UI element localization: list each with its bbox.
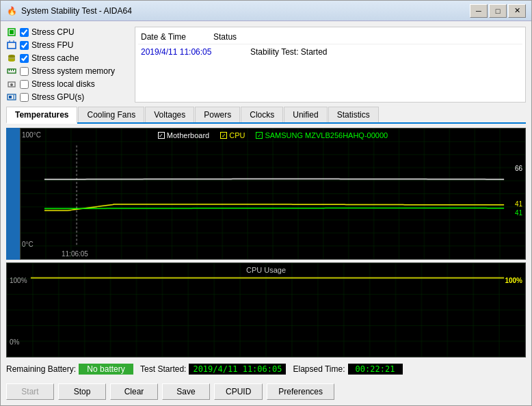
save-button[interactable]: Save [162,383,210,400]
legend-samsung: ✓ SAMSUNG MZVLB256HAHQ-00000 [256,131,388,139]
legend-cpu-checkbox: ✓ [220,132,227,139]
clear-button[interactable]: Clear [110,383,158,400]
svg-rect-11 [13,69,14,71]
elapsed-label: Elapsed Time: [293,364,345,374]
cpu-usage-chart: CPU Usage 100% 0% 100% [6,262,526,358]
status-col-header: Status [213,32,237,42]
stress-fpu-checkbox[interactable] [20,41,29,50]
stress-local-checkbox[interactable] [20,80,29,89]
buttons-row: Start Stop Clear Save CPUID Preferences [6,381,526,400]
cache-icon [6,53,17,64]
minimize-button[interactable]: ─ [470,4,488,18]
stress-cpu-label: Stress CPU [31,27,75,37]
main-window: 🔥 System Stability Test - AIDA64 ─ □ ✕ [0,0,532,406]
status-header: Date & Time Status [138,30,522,44]
stress-memory-item: Stress system memory [6,66,129,77]
test-started-label: Test Started: [140,364,186,374]
stress-cache-item: Stress cache [6,53,129,64]
stress-fpu-label: Stress FPU [31,40,73,50]
test-status: Stability Test: Started [250,47,328,57]
tab-clocks[interactable]: Clocks [241,107,283,122]
gpu-icon [6,92,17,103]
cpu-value-label: 100% [505,277,522,284]
window-title: System Stability Test - AIDA64 [21,6,470,16]
cpu-icon [6,27,17,38]
stress-gpu-checkbox[interactable] [20,93,29,102]
legend-mb-checkbox: ✓ [158,132,165,139]
stress-fpu-item: Stress FPU [6,40,129,51]
temp-value-samsung: 41 [515,209,522,217]
svg-point-13 [10,83,13,86]
temp-canvas [21,128,525,259]
temp-y-min-label: 0°C [22,241,34,248]
stress-cpu-checkbox[interactable] [20,28,29,37]
status-data-row: 2019/4/11 11:06:05 Stability Test: Start… [138,44,522,59]
stress-gpu-label: Stress GPU(s) [31,92,84,102]
preferences-button[interactable]: Preferences [267,383,334,400]
tab-statistics[interactable]: Statistics [328,107,379,122]
legend-motherboard: ✓ Motherboard [158,131,209,139]
legend-mb-label: Motherboard [167,131,209,139]
tab-temperatures[interactable]: Temperatures [6,107,77,124]
maximize-button[interactable]: □ [489,4,507,18]
main-content: Stress CPU Stress FPU [1,21,531,405]
charts-section: ✓ Motherboard ✓ CPU ✓ SAMSUNG MZVLB256HA… [6,128,526,357]
close-button[interactable]: ✕ [508,4,526,18]
fpu-icon [6,40,17,51]
battery-status: Remaining Battery: No battery [6,364,133,375]
stress-cache-label: Stress cache [31,53,79,63]
status-bar: Remaining Battery: No battery Test Start… [6,362,526,377]
test-started-status: Test Started: 2019/4/11 11:06:05 [140,364,286,375]
start-button[interactable]: Start [6,383,54,400]
window-controls: ─ □ ✕ [470,4,526,18]
temp-legend: ✓ Motherboard ✓ CPU ✓ SAMSUNG MZVLB256HA… [21,131,525,139]
stress-cpu-item: Stress CPU [6,27,129,38]
temperature-chart: ✓ Motherboard ✓ CPU ✓ SAMSUNG MZVLB256HA… [20,128,526,260]
battery-value: No battery [79,364,133,375]
elapsed-time-status: Elapsed Time: 00:22:21 [293,364,402,375]
svg-rect-15 [9,96,12,98]
stress-local-label: Stress local disks [31,79,95,89]
temp-value-cpu: 41 [515,200,522,208]
cpu-y-min-label: 0% [10,338,19,346]
stress-cache-checkbox[interactable] [20,54,29,63]
stress-memory-label: Stress system memory [31,66,115,76]
tab-unified[interactable]: Unified [284,107,327,122]
top-section: Stress CPU Stress FPU [6,27,526,103]
tabs-row: Temperatures Cooling Fans Voltages Power… [6,107,526,124]
tab-powers[interactable]: Powers [195,107,240,122]
svg-rect-10 [11,69,12,71]
cpuid-button[interactable]: CPUID [214,383,263,400]
legend-samsung-label: SAMSUNG MZVLB256HAHQ-00000 [265,131,388,139]
svg-rect-2 [8,42,16,49]
tab-voltages[interactable]: Voltages [145,107,194,122]
memory-icon [6,66,17,77]
stress-options-panel: Stress CPU Stress FPU [6,27,129,103]
svg-rect-1 [10,30,14,34]
elapsed-value: 00:22:21 [348,364,403,375]
cpu-chart-title: CPU Usage [7,266,525,274]
svg-point-7 [8,59,15,62]
status-panel: Date & Time Status 2019/4/11 11:06:05 St… [135,27,526,103]
legend-cpu-label: CPU [229,131,245,139]
cpu-y-max-label: 100% [10,277,27,284]
temp-chart-wrapper: ✓ Motherboard ✓ CPU ✓ SAMSUNG MZVLB256HA… [6,128,526,260]
stress-memory-checkbox[interactable] [20,67,29,76]
tab-cooling-fans[interactable]: Cooling Fans [78,107,144,122]
stop-button[interactable]: Stop [58,383,106,400]
titlebar: 🔥 System Stability Test - AIDA64 ─ □ ✕ [1,1,531,21]
date-time-col-header: Date & Time [141,32,186,42]
side-indicator [6,128,20,260]
temp-time-label: 11:06:05 [62,250,88,258]
svg-rect-9 [9,69,10,71]
battery-label: Remaining Battery: [6,364,76,374]
test-started-value: 2019/4/11 11:06:05 [189,364,286,375]
legend-cpu: ✓ CPU [220,131,245,139]
temp-value-mb: 66 [515,165,522,172]
stress-local-item: Stress local disks [6,79,129,90]
stress-gpu-item: Stress GPU(s) [6,92,129,103]
legend-samsung-checkbox: ✓ [256,132,263,139]
app-icon: 🔥 [6,5,17,16]
disk-icon [6,79,17,90]
cpu-canvas [7,263,525,357]
